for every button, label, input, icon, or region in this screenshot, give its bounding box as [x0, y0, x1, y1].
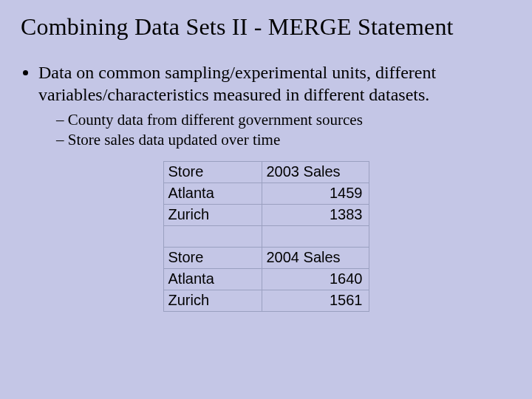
table-container: Store 2003 Sales Atlanta 1459 Zurich 138…: [21, 161, 511, 312]
table-cell: Zurich: [163, 290, 262, 311]
table-cell: 1640: [262, 268, 369, 290]
table-empty-cell: [163, 225, 262, 247]
sales-table: Store 2003 Sales Atlanta 1459 Zurich 138…: [163, 161, 369, 312]
sub-bullet-item: County data from different government so…: [56, 110, 482, 130]
bullet-list: Data on common sampling/experimental uni…: [38, 61, 511, 151]
table-row: Store 2004 Sales: [163, 247, 369, 268]
table-empty-cell: [262, 225, 369, 247]
bullet-text: Data on common sampling/experimental uni…: [38, 63, 436, 104]
table-cell: Atlanta: [163, 183, 262, 204]
sub-bullet-item: Store sales data updated over time: [56, 130, 482, 150]
table-header-cell: Store: [163, 161, 262, 183]
sub-bullet-list: County data from different government so…: [56, 110, 482, 151]
table-cell: 1383: [262, 204, 369, 225]
bullet-item: Data on common sampling/experimental uni…: [38, 61, 511, 151]
slide-title: Combining Data Sets II - MERGE Statement: [21, 13, 511, 41]
slide: Combining Data Sets II - MERGE Statement…: [0, 0, 532, 399]
table-header-cell: Store: [163, 247, 262, 268]
table-header-cell: 2004 Sales: [262, 247, 369, 268]
table-spacer-row: [163, 225, 369, 247]
table-cell: 1459: [262, 183, 369, 204]
table-cell: Zurich: [163, 204, 262, 225]
table-row: Atlanta 1640: [163, 268, 369, 290]
table-cell: 1561: [262, 290, 369, 311]
table-row: Atlanta 1459: [163, 183, 369, 204]
table-row: Zurich 1561: [163, 290, 369, 311]
table-row: Store 2003 Sales: [163, 161, 369, 183]
table-row: Zurich 1383: [163, 204, 369, 225]
table-header-cell: 2003 Sales: [262, 161, 369, 183]
table-cell: Atlanta: [163, 268, 262, 290]
